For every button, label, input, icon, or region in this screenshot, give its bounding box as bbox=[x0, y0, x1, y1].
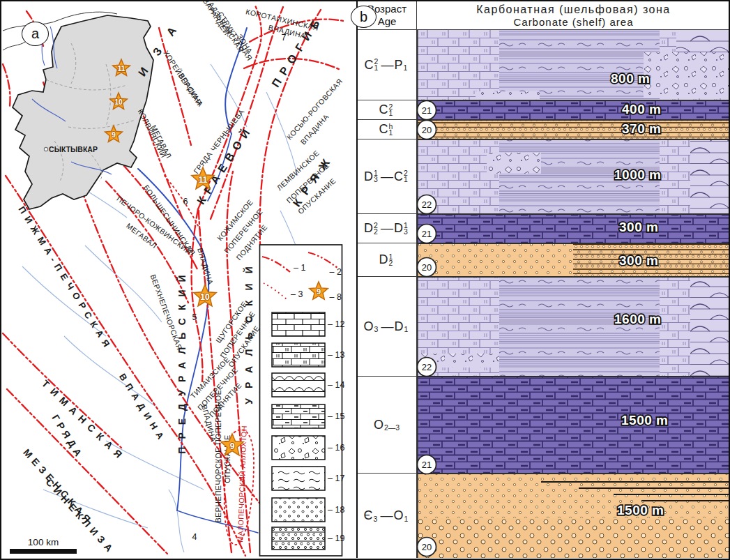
geologic-map: СЫКТЫВКАР КОРОТАИХИНСКАЯВПАДИНАВАРАНДЕЙ-… bbox=[1, 1, 356, 558]
svg-text:21: 21 bbox=[422, 460, 432, 470]
thickness-label: 1600 m bbox=[614, 312, 661, 326]
lith-row-7 bbox=[417, 277, 730, 377]
map-label: ПРЕДУРАЛЬСКИЙ bbox=[176, 267, 188, 453]
unit-number-circle: 20 bbox=[418, 258, 436, 277]
unit-number-circle: 22 bbox=[418, 358, 436, 377]
legend-swatch-breccia bbox=[272, 436, 325, 460]
legend-swatch-label: – 19 bbox=[328, 533, 344, 543]
age-column: Возраст Age C21—P1C21Ch1D13—C21D22—D13D1… bbox=[356, 1, 417, 558]
age-row-3: Ch1 bbox=[358, 120, 416, 139]
svg-text:22: 22 bbox=[422, 362, 432, 372]
lith-row-2 bbox=[417, 100, 730, 120]
thickness-label: 1500 m bbox=[621, 413, 668, 427]
zone-header: Карбонатная (шельфовая) зона Carbonate (… bbox=[417, 1, 730, 30]
age-row-9: Є3—O1 bbox=[358, 474, 416, 558]
zone-header-ru: Карбонатная (шельфовая) зона bbox=[476, 3, 670, 16]
map-label: ВЕРНЕПЕЧОРСКОЕ ПОПЕРЕЧНОЕ bbox=[214, 390, 222, 522]
thickness-label: 300 m bbox=[619, 220, 658, 234]
lith-row-8 bbox=[417, 377, 730, 474]
map-label: УРАЛЬСКИЙ bbox=[243, 257, 254, 404]
legend-swatch-label: – 14 bbox=[328, 380, 344, 390]
star-number: 9 bbox=[112, 131, 116, 139]
legend-swatch-brick-ticks bbox=[272, 343, 325, 367]
thickness-label: 1000 m bbox=[614, 167, 661, 182]
locality-number: 5 bbox=[192, 312, 197, 322]
unit-number-circle: 21 bbox=[418, 101, 436, 120]
age-row-1: C21—P1 bbox=[358, 30, 416, 100]
panel-b-tag: b bbox=[351, 6, 377, 28]
age-row-2: C21 bbox=[358, 100, 416, 120]
star-number: 11 bbox=[118, 65, 126, 73]
thickness-label: 1500 m bbox=[617, 503, 664, 517]
thickness-label: 300 m bbox=[619, 253, 658, 268]
age-row-7: O3—D1 bbox=[358, 277, 416, 377]
lith-row-4 bbox=[417, 139, 730, 214]
legend-swatch-wavy bbox=[272, 467, 325, 490]
legend-swatch-brick bbox=[272, 312, 325, 336]
unit-number-circle: 20 bbox=[418, 121, 436, 139]
unit-number-circle: 21 bbox=[418, 225, 436, 243]
zone-header-en: Carbonate (shelf) area bbox=[513, 16, 633, 28]
legend-line-label: – 1 bbox=[294, 263, 305, 273]
legend-swatch-arcs bbox=[272, 373, 325, 397]
legend-swatch-label: – 13 bbox=[328, 350, 344, 360]
lith-row-3 bbox=[417, 120, 730, 139]
svg-text:22: 22 bbox=[422, 199, 432, 210]
unit-number-circle: 20 bbox=[418, 538, 436, 557]
locality-number: 7 bbox=[282, 33, 287, 43]
thickness-label: 400 m bbox=[622, 102, 661, 116]
age-row-5: D22—D13 bbox=[358, 214, 416, 243]
unit-number-circle: 22 bbox=[418, 195, 436, 214]
lith-row-6 bbox=[417, 243, 730, 277]
star-number: 11 bbox=[199, 175, 208, 185]
svg-text:20: 20 bbox=[422, 125, 432, 135]
legend-line-label: – 8 bbox=[330, 292, 342, 302]
legend-swatch-brick-dash bbox=[272, 404, 325, 428]
lith-row-1 bbox=[417, 30, 730, 100]
locality-number: 4 bbox=[192, 532, 197, 542]
legend-swatch-label: – 17 bbox=[328, 474, 344, 483]
thickness-label: 370 m bbox=[622, 121, 661, 136]
lithology-column: 800 m400 m21370 m201000 m22300 m21300 m2… bbox=[417, 30, 730, 558]
svg-text:20: 20 bbox=[422, 262, 432, 273]
thickness-label: 800 m bbox=[611, 71, 650, 86]
city-dot bbox=[44, 147, 47, 151]
locality-number: 6 bbox=[183, 197, 188, 206]
age-row-6: D12 bbox=[358, 243, 416, 277]
unit-number-circle: 21 bbox=[418, 455, 436, 474]
legend-swatch-label: – 12 bbox=[328, 319, 344, 329]
legend-line-label: – 2 bbox=[330, 267, 342, 277]
panel-a-tag: a bbox=[22, 22, 49, 46]
legend-swatch-label: – 15 bbox=[328, 411, 344, 421]
star-number: 9 bbox=[230, 441, 235, 451]
legend: – 12– 13– 14– 15– 16– 17– 18– 19– 1– 2– … bbox=[260, 245, 345, 556]
lith-row-9 bbox=[417, 474, 730, 558]
legend-line-label: – 3 bbox=[291, 289, 303, 299]
figure: СЫКТЫВКАР КОРОТАИХИНСКАЯВПАДИНАВАРАНДЕЙ-… bbox=[0, 0, 730, 560]
legend-swatch-label: – 18 bbox=[328, 505, 344, 515]
svg-text:100 km: 100 km bbox=[28, 537, 59, 547]
svg-text:20: 20 bbox=[422, 542, 432, 552]
legend-swatch-label: – 16 bbox=[328, 443, 344, 453]
star-number: 10 bbox=[114, 98, 123, 106]
star-number: 9 bbox=[317, 287, 321, 296]
age-row-8: O2—3 bbox=[358, 377, 416, 474]
age-header-en: Age bbox=[378, 15, 397, 28]
svg-text:21: 21 bbox=[422, 105, 432, 116]
star-number: 10 bbox=[200, 292, 210, 302]
svg-text:21: 21 bbox=[422, 229, 432, 239]
city-label: СЫКТЫВКАР bbox=[49, 145, 98, 153]
legend-swatch-dots bbox=[272, 498, 325, 522]
lith-row-5 bbox=[417, 214, 730, 243]
legend-swatch-dots-lines bbox=[272, 527, 325, 550]
age-row-4: D13—C21 bbox=[358, 139, 416, 214]
